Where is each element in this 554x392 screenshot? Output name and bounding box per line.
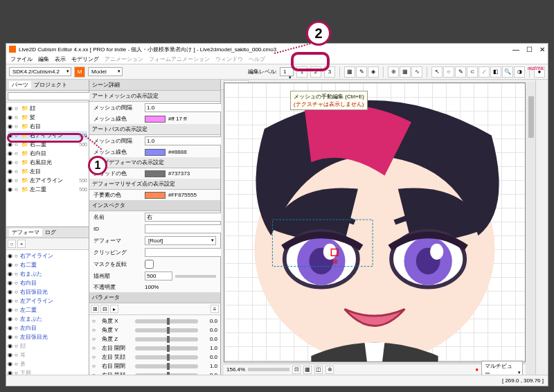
param-btn3-icon[interactable]: ▸	[110, 305, 118, 313]
parts-row[interactable]: ◉○📁顔	[8, 104, 87, 113]
insp-deformer-dropdown[interactable]: [Root]	[145, 236, 216, 245]
glue-tool-icon[interactable]: ⊂	[467, 66, 478, 78]
insp-mask-checkbox[interactable]	[145, 260, 154, 269]
param-row[interactable]: ○角度 Y0.0	[91, 326, 219, 335]
mesh-edit-icon[interactable]: ◈	[368, 66, 379, 78]
deformer-list[interactable]: ◉○右アイライン◉○右二重◉○右まぶた◉○右白目◉○右目張目光◉○左アイライン◉…	[6, 250, 89, 375]
param-slider[interactable]	[135, 337, 198, 341]
deformer-row[interactable]: ◉○鼻	[8, 359, 87, 368]
deformer-row[interactable]: ◉○左白目	[8, 323, 87, 332]
insp-draw-field[interactable]	[145, 271, 172, 280]
deform-filter-icon[interactable]: ○	[8, 240, 16, 248]
nizima-badge[interactable]: nizima	[528, 65, 544, 71]
parts-row[interactable]: ◉○ 📁左アイライン500	[8, 176, 87, 185]
deformer-row[interactable]: ◉○右白目	[8, 278, 87, 287]
insp-name-field[interactable]	[145, 213, 222, 222]
menubar[interactable]: ファイル 編集 表示 モデリング アニメーション フォームアニメーション ウィン…	[6, 55, 548, 64]
record-dot-icon[interactable]: ●	[475, 366, 479, 373]
deformer-row[interactable]: ◉○左目張目光	[8, 332, 87, 341]
close-button[interactable]: ✕	[539, 46, 545, 53]
tab-log[interactable]: ログ	[45, 229, 56, 236]
param-row[interactable]: ○左目 笑顔0.0	[91, 353, 219, 362]
insp-clip-field[interactable]	[145, 248, 222, 257]
callout-1: 1	[88, 156, 107, 175]
param-btn2-icon[interactable]: ⊟	[100, 305, 109, 313]
param-row[interactable]: ○左目 開閉1.0	[91, 344, 219, 353]
onion-tool-icon[interactable]: ◑	[514, 66, 525, 78]
canvas-vscrollbar[interactable]	[527, 82, 535, 362]
view-snap-icon[interactable]: ⊕	[325, 366, 334, 374]
param-btn1-icon[interactable]: ⊞	[91, 305, 99, 313]
tab-deformer[interactable]: デフォーマ	[9, 229, 42, 236]
prop-input[interactable]	[145, 103, 222, 112]
zoom-slider[interactable]	[248, 368, 289, 371]
deformer-row[interactable]: ◉○耳	[8, 350, 87, 359]
param-slider[interactable]	[135, 373, 198, 375]
deformer-row[interactable]: ◉○右目張目光	[8, 287, 87, 296]
deformer-row[interactable]: ◉○右アイライン	[8, 251, 87, 260]
parts-row[interactable]: ◉○ 📁左二重500	[8, 185, 87, 194]
model-mode-icon[interactable]: M	[74, 66, 85, 78]
view-bg-icon[interactable]: ◫	[314, 366, 323, 374]
menu-window[interactable]: ウィンドウ	[215, 55, 243, 63]
parts-row[interactable]: ◉○📁髪	[8, 113, 87, 122]
auto-mesh-icon[interactable]: ▦	[344, 66, 355, 78]
param-slider[interactable]	[135, 364, 198, 368]
menu-modeling[interactable]: モデリング	[71, 55, 99, 63]
tab-project[interactable]: プロジェクト	[34, 81, 67, 89]
parts-row[interactable]: ◉○ 📁右黒目光	[8, 158, 87, 167]
deformer-row[interactable]: ◉○下唇	[8, 368, 87, 375]
deformer-row[interactable]: ◉○左まぶた	[8, 314, 87, 323]
parts-tree[interactable]: ◉○📁顔◉○📁髪◉○📁右目◉○ 📁右アイライン500◉○ 📁右二重500◉○ 📁…	[6, 103, 89, 226]
warp-deformer-icon[interactable]: ▦	[400, 66, 411, 78]
sdk-dropdown[interactable]: SDK4.2/Cubism4.2	[9, 67, 71, 76]
insp-id-field[interactable]	[145, 224, 222, 233]
param-menu-icon[interactable]: ≡	[211, 305, 219, 313]
parts-row[interactable]: ◉○📁右目	[8, 122, 87, 131]
view-fit-icon[interactable]: ⊡	[292, 366, 301, 374]
tab-parts[interactable]: パーツ	[9, 81, 31, 89]
parts-row[interactable]: ◉○📁左目	[8, 167, 87, 176]
param-slider[interactable]	[135, 355, 198, 359]
deformer-row[interactable]: ◉○右二重	[8, 260, 87, 269]
lasso-tool-icon[interactable]: ○	[443, 66, 454, 78]
multiview-dropdown[interactable]: マルチビュー	[481, 361, 523, 375]
arrow-tool-icon[interactable]: ↖	[431, 66, 443, 78]
magnify-tool-icon[interactable]: 🔍	[502, 66, 513, 78]
menu-form-animation[interactable]: フォームアニメーション	[149, 55, 210, 63]
deformer-row[interactable]: ◉○顔	[8, 341, 87, 350]
deformer-row[interactable]: ◉○左アイライン	[8, 296, 87, 305]
insp-draw-slider[interactable]	[175, 275, 216, 278]
maximize-button[interactable]: ☐	[526, 46, 533, 53]
deform-add-icon[interactable]: +	[17, 240, 26, 248]
param-row[interactable]: ○右目 開閉1.0	[91, 362, 219, 371]
rotation-deformer-icon[interactable]: ⊕	[388, 66, 399, 78]
parts-row[interactable]: ◉○ 📁右白目	[8, 149, 87, 158]
menu-animation[interactable]: アニメーション	[105, 55, 143, 63]
manual-mesh-icon[interactable]: ✎	[356, 66, 367, 78]
color-swatch[interactable]	[145, 170, 166, 177]
deformer-row[interactable]: ◉○左二重	[8, 305, 87, 314]
param-slider[interactable]	[135, 328, 198, 332]
deformer-row[interactable]: ◉○右まぶた	[8, 269, 87, 278]
view-grid-icon[interactable]: ▦	[303, 366, 312, 374]
viewport[interactable]: ⊗	[224, 82, 526, 362]
prop-input[interactable]	[145, 136, 222, 145]
color-swatch[interactable]	[145, 116, 166, 123]
brush-tool-icon[interactable]: ✎	[455, 66, 466, 78]
param-slider[interactable]	[135, 346, 198, 350]
param-slider[interactable]	[135, 319, 198, 323]
color-swatch[interactable]	[145, 149, 166, 156]
menu-edit[interactable]: 編集	[38, 55, 49, 63]
path-tool-icon[interactable]: ⟋	[479, 66, 490, 78]
form-tool-icon[interactable]: ◧	[490, 66, 501, 78]
model-dropdown[interactable]: Model	[88, 67, 123, 76]
menu-view[interactable]: 表示	[55, 55, 66, 63]
menu-help[interactable]: ヘルプ	[249, 55, 265, 63]
color-swatch[interactable]	[145, 192, 166, 199]
minimize-button[interactable]: —	[512, 46, 519, 53]
param-row[interactable]: ○角度 X0.0	[91, 317, 219, 326]
curve-deformer-icon[interactable]: ∿	[411, 66, 422, 78]
param-row[interactable]: ○角度 Z0.0	[91, 335, 219, 344]
menu-file[interactable]: ファイル	[10, 55, 33, 63]
